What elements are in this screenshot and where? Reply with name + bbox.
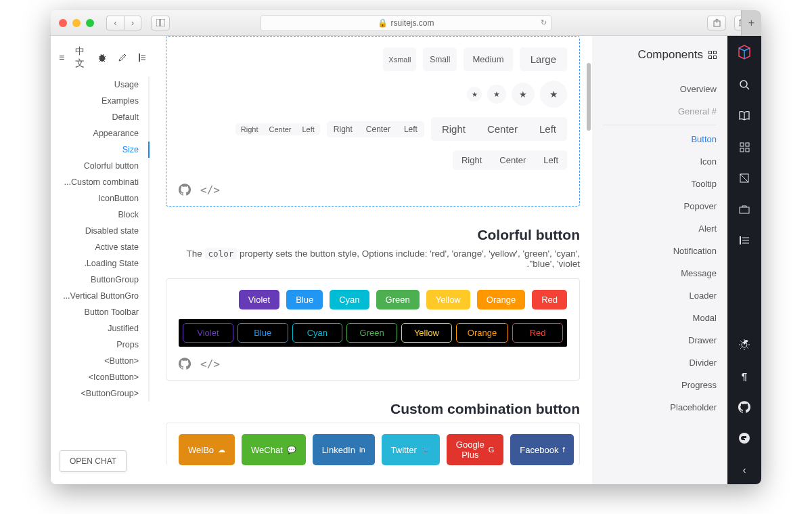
local-nav-item[interactable]: Button Toolbar [55, 304, 150, 320]
local-nav-item[interactable]: <ButtonGroup> [55, 385, 150, 402]
group-xs-right[interactable]: Right [235, 123, 264, 135]
toolbox-icon[interactable] [738, 202, 751, 216]
bug-icon[interactable] [97, 53, 107, 62]
blue-ghost-button[interactable]: Blue [238, 323, 288, 343]
rsuite-logo-icon[interactable] [736, 44, 752, 60]
open-chat-button[interactable]: OPEN CHAT [60, 450, 127, 472]
group-sm-right[interactable]: Right [327, 121, 359, 137]
size-small-button[interactable]: Small [423, 47, 457, 71]
weibo-button[interactable]: WeiBo☁ [179, 434, 235, 465]
edit-icon[interactable] [118, 53, 127, 62]
refresh-icon[interactable]: ↻ [541, 18, 547, 27]
nav-back-button[interactable]: ‹ [106, 16, 124, 30]
group-md-left[interactable]: Left [535, 150, 567, 170]
size-xsmall-button[interactable]: Xsmall [383, 47, 416, 71]
window-close-icon[interactable] [59, 19, 67, 27]
local-nav-item[interactable]: Examples [55, 93, 150, 109]
group-md-right[interactable]: Right [453, 150, 491, 170]
local-nav-item[interactable]: Justified [55, 320, 150, 337]
local-nav-item[interactable]: ButtonGroup [55, 272, 150, 288]
group-xs-center[interactable]: Center [263, 123, 296, 135]
component-nav-item[interactable]: Tooltip [603, 173, 717, 195]
component-nav-item[interactable]: Overview [603, 78, 717, 100]
orange-ghost-button[interactable]: Orange [456, 323, 508, 343]
twitter-button[interactable]: Twitter🐦 [382, 434, 440, 465]
local-nav-item[interactable]: Usage [55, 77, 150, 93]
yellow-ghost-button[interactable]: Yellow [401, 323, 452, 343]
rtl-toggle-icon[interactable] [738, 234, 751, 247]
group-sm-left[interactable]: Left [397, 121, 424, 137]
local-nav-item[interactable]: Colorful button [55, 158, 150, 174]
star-icon-button-md[interactable]: ★ [512, 83, 535, 106]
size-large-button[interactable]: Large [520, 47, 567, 71]
reader-button[interactable] [151, 16, 170, 30]
collapse-icon[interactable]: ‹ [738, 463, 751, 476]
share-button[interactable] [707, 16, 726, 30]
google-plus-button[interactable]: Google PlusG [447, 434, 503, 465]
component-nav-item[interactable]: Drawer [603, 329, 717, 351]
group-xs-left[interactable]: Left [296, 123, 319, 135]
local-nav-item[interactable]: Appearance [55, 125, 150, 142]
green-color-button[interactable]: Green [376, 290, 420, 309]
code-icon[interactable]: </> [200, 358, 220, 370]
wechat-button[interactable]: WeChat💬 [242, 434, 306, 465]
violet-color-button[interactable]: Violet [239, 290, 279, 309]
palette-icon[interactable] [738, 171, 751, 185]
local-nav-item[interactable]: <Button> [55, 353, 150, 369]
group-lg-right[interactable]: Right [431, 117, 476, 141]
cyan-color-button[interactable]: Cyan [330, 290, 369, 309]
local-nav-item[interactable]: Default [55, 109, 150, 125]
local-nav-item[interactable]: Block [55, 207, 150, 223]
size-medium-button[interactable]: Medium [464, 47, 512, 71]
local-nav-item[interactable]: .Loading State [55, 255, 150, 272]
local-nav-item[interactable]: ...Vertical ButtonGro [55, 288, 150, 304]
url-bar[interactable]: 🔒 rsuitejs.com ↻ [261, 15, 551, 31]
window-zoom-icon[interactable] [86, 19, 94, 27]
local-nav-item[interactable]: IconButton [55, 190, 150, 207]
github-icon[interactable] [179, 358, 191, 370]
component-nav-item[interactable]: General # [603, 100, 717, 125]
component-nav-item[interactable]: Icon [603, 150, 717, 173]
local-nav-item[interactable]: Size [55, 142, 150, 158]
facebook-button[interactable]: Facebookf [510, 434, 574, 465]
violet-ghost-button[interactable]: Violet [183, 323, 233, 343]
scrollbar-thumb[interactable] [587, 63, 591, 131]
book-icon[interactable] [738, 109, 751, 123]
gitee-icon[interactable] [738, 431, 751, 445]
group-lg-left[interactable]: Left [528, 117, 567, 141]
code-icon[interactable]: </> [200, 184, 220, 196]
local-nav-item[interactable]: <IconButton> [55, 369, 150, 385]
star-icon-button-sm[interactable]: ★ [487, 85, 506, 104]
local-nav-item[interactable]: ...Custom combinati [55, 174, 150, 190]
linkedin-button[interactable]: LinkedInin [313, 434, 375, 465]
local-nav-item[interactable]: Props [55, 337, 150, 353]
star-icon-button-xs[interactable]: ★ [467, 87, 482, 102]
component-nav-item[interactable]: Notification [603, 240, 717, 262]
github-icon[interactable] [179, 184, 191, 196]
rtl-icon[interactable] [137, 53, 147, 62]
local-nav-item[interactable]: Active state [55, 239, 150, 255]
brightness-icon[interactable] [738, 338, 751, 351]
component-nav-item[interactable]: Divider [603, 351, 717, 374]
component-nav-item[interactable]: Message [603, 262, 717, 284]
group-lg-center[interactable]: Center [476, 117, 528, 141]
window-minimize-icon[interactable] [72, 19, 81, 27]
pilcrow-icon[interactable]: ¶ [738, 369, 751, 383]
component-nav-item[interactable]: Modal [603, 307, 717, 329]
green-ghost-button[interactable]: Green [346, 323, 397, 343]
component-nav-item[interactable]: Popover [603, 195, 717, 217]
yellow-color-button[interactable]: Yellow [426, 290, 470, 309]
component-nav-item[interactable]: Progress [603, 374, 717, 396]
component-nav-item[interactable]: Placeholder [603, 396, 717, 419]
blue-color-button[interactable]: Blue [286, 290, 323, 309]
menu-icon[interactable]: ≡ [59, 52, 64, 63]
new-tab-button[interactable]: + [741, 10, 761, 36]
red-ghost-button[interactable]: Red [512, 323, 563, 343]
nav-forward-button[interactable]: › [124, 16, 141, 30]
component-nav-item[interactable]: Loader [603, 284, 717, 307]
component-nav-item[interactable]: Alert [603, 217, 717, 240]
star-icon-button-lg[interactable]: ★ [540, 81, 567, 108]
search-icon[interactable] [738, 78, 751, 91]
local-nav-item[interactable]: Disabled state [55, 223, 150, 239]
cyan-ghost-button[interactable]: Cyan [292, 323, 343, 343]
